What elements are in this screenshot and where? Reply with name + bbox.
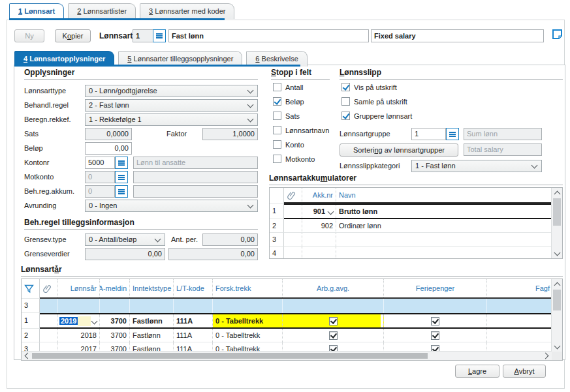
vis-pa-utskrift-checkbox[interactable] bbox=[341, 83, 350, 91]
scroll-up-button[interactable] bbox=[552, 188, 562, 198]
lonnsartnavn-checkbox[interactable] bbox=[273, 126, 281, 134]
sortering-button[interactable]: Sortering av lønnsartgrupper bbox=[340, 143, 458, 157]
chevron-down-icon bbox=[247, 202, 254, 209]
kontonr-field[interactable]: 5000 bbox=[85, 157, 115, 169]
beh-regel-tillegg-heading: Beh.regel tilleggsinformasjon bbox=[24, 218, 258, 230]
chevron-down-icon bbox=[247, 116, 254, 123]
lagre-button[interactable]: Lagre bbox=[455, 365, 499, 378]
table-row[interactable]: 2 902 Ordinær lønn bbox=[270, 219, 562, 233]
list-icon bbox=[156, 33, 163, 38]
filter-icon[interactable] bbox=[24, 284, 34, 294]
lonnsslippkategori-select[interactable]: 1 - Fast lønn bbox=[411, 160, 542, 172]
gruppere-lonnsart-checkbox[interactable] bbox=[341, 112, 350, 120]
grenseverdi-2-field[interactable]: 0,00 bbox=[168, 248, 258, 260]
samle-pa-utskrift-checkbox[interactable] bbox=[341, 97, 350, 106]
table-row[interactable]: 3 bbox=[270, 233, 562, 247]
scrollbar-thumb[interactable] bbox=[32, 353, 428, 359]
chevron-down-icon bbox=[531, 162, 538, 169]
chevron-down-icon bbox=[155, 236, 161, 243]
motkonto-field[interactable]: 0 bbox=[85, 171, 115, 183]
kopier-button[interactable]: Kopier bbox=[55, 29, 91, 42]
ny-button[interactable]: Ny bbox=[14, 29, 44, 42]
col-lonnsar: Lønnsår bbox=[58, 279, 100, 297]
lonnsartgruppe-field[interactable]: 1 bbox=[411, 128, 446, 140]
lonnsartar-table: Lønnsår A-meldin Inntektstype L/T-kode F… bbox=[21, 279, 563, 361]
table-row[interactable]: 1 2019 3700 Fastlønn 111A 0 - Tabelltrek… bbox=[22, 313, 562, 329]
sats-label: Sats bbox=[24, 128, 39, 140]
gruppere-lonnsart-label: Gruppere lønnsart bbox=[354, 112, 412, 121]
scroll-down-button[interactable] bbox=[552, 249, 562, 258]
belop-field[interactable]: 0,00 bbox=[85, 142, 132, 155]
list-icon bbox=[118, 160, 125, 166]
sats-checkbox-label: Sats bbox=[285, 112, 300, 121]
paperclip-icon bbox=[287, 190, 296, 200]
beh-reg-akkum-field[interactable]: 0 bbox=[85, 185, 115, 198]
col-forsk-trekk: Forsk.trekk bbox=[213, 279, 283, 297]
lonnsart-label: Lønnsart bbox=[99, 30, 133, 42]
beh-reg-akkum-label: Beh.reg.akkum. bbox=[24, 185, 74, 198]
main-tab-underline bbox=[9, 18, 225, 20]
konto-checkbox[interactable] bbox=[273, 140, 281, 149]
scroll-up-button[interactable] bbox=[552, 279, 562, 289]
belop-checkbox[interactable] bbox=[273, 97, 281, 106]
scroll-down-button[interactable] bbox=[552, 342, 562, 352]
lonnsart-id-field[interactable]: 1 bbox=[133, 29, 153, 42]
lonnsarttype-label: Lønnsarttype bbox=[24, 85, 66, 97]
belop-checkbox-label: Beløp bbox=[285, 97, 304, 106]
grensev-type-select[interactable]: 0 - Antall/beløp bbox=[85, 234, 165, 246]
beregn-rekkef-select[interactable]: 1 - Rekkefølge 1 bbox=[85, 113, 258, 126]
avrunding-label: Avrunding bbox=[24, 200, 56, 212]
scrollbar-thumb[interactable] bbox=[553, 198, 561, 226]
faktor-label: Faktor bbox=[166, 128, 187, 140]
avrunding-select[interactable]: 0 - Ingen bbox=[85, 200, 258, 212]
table-row[interactable]: 4 bbox=[270, 247, 562, 259]
table-row[interactable]: 2 2018 3700 Fastlønn 111A 0 - Tabelltrek… bbox=[22, 329, 562, 342]
konto-checkbox-label: Konto bbox=[285, 140, 304, 149]
motkonto-checkbox[interactable] bbox=[273, 155, 281, 163]
lonnsar-edit-cell[interactable]: 2019 bbox=[58, 314, 100, 327]
lonnsart-lookup-button[interactable] bbox=[153, 29, 166, 42]
tab-lonnsarter-med-koder[interactable]: 3 Lønnsarter med koder bbox=[140, 3, 234, 19]
note-icon[interactable] bbox=[551, 28, 563, 40]
lonnsarttype-select[interactable]: 0 - Lønn/godtgjørelse bbox=[85, 85, 258, 97]
lonnsartnavn-checkbox-label: Lønnsartnavn bbox=[285, 126, 329, 135]
lonnsart-name-en-field[interactable]: Fixed salary bbox=[371, 29, 544, 42]
arb-g-avg-checkbox[interactable] bbox=[329, 317, 338, 325]
opplysninger-heading: Opplysninger bbox=[24, 68, 258, 80]
list-icon bbox=[449, 132, 456, 137]
tab-lonnsartlister[interactable]: 2 Lønnsartlister bbox=[68, 3, 136, 19]
col-fagf: Fagf bbox=[487, 279, 553, 297]
beh-reg-akkum-lookup-button[interactable] bbox=[115, 185, 128, 198]
highlighted-cell[interactable]: 0 - Tabelltrekk bbox=[213, 314, 283, 327]
stopp-i-felt-heading: Stopp i felt bbox=[271, 68, 330, 80]
table-row-new[interactable]: 3 bbox=[22, 299, 562, 313]
motkonto-lookup-button[interactable] bbox=[115, 171, 128, 183]
grenseverdier-label: Grenseverdier bbox=[24, 248, 70, 260]
sats-field[interactable]: 0,0000 bbox=[85, 128, 132, 140]
tab-lonnsart[interactable]: 1 Lønnsart bbox=[9, 3, 64, 19]
table-row[interactable]: 1 901 Brutto lønn bbox=[270, 204, 562, 219]
lonnsart-name-field[interactable]: Fast lønn bbox=[168, 29, 369, 42]
col-akknr: Akk.nr bbox=[302, 188, 336, 202]
ant-per-field[interactable]: 0,00 bbox=[202, 234, 258, 246]
scrollbar-corner bbox=[552, 352, 562, 360]
lonnsartgruppe-lookup-button[interactable] bbox=[446, 128, 459, 140]
antall-checkbox[interactable] bbox=[273, 83, 281, 91]
scroll-left-button[interactable] bbox=[22, 352, 31, 359]
antall-checkbox-label: Antall bbox=[285, 83, 304, 92]
kontonr-lookup-button[interactable] bbox=[115, 157, 128, 169]
grensev-type-label: Grensev.type bbox=[24, 234, 67, 246]
avbryt-button[interactable]: Avbryt bbox=[503, 365, 546, 378]
grenseverdi-1-field[interactable]: 0,00 bbox=[85, 248, 165, 260]
sats-checkbox[interactable] bbox=[273, 112, 281, 120]
scrollbar-thumb[interactable] bbox=[553, 290, 561, 310]
col-inntektstype: Inntektstype bbox=[130, 279, 174, 297]
lonnsartar-heading: Lønnsartår bbox=[21, 265, 563, 277]
faktor-field[interactable]: 1,0000 bbox=[202, 128, 258, 140]
feriepenger-checkbox[interactable] bbox=[431, 317, 439, 325]
lonnsartgruppe-desc-field: Sum lønn bbox=[464, 128, 542, 140]
feriepenger-checkbox[interactable] bbox=[431, 331, 439, 340]
behandl-regel-select[interactable]: 2 - Fast lønn bbox=[85, 99, 258, 112]
scroll-right-button[interactable] bbox=[541, 352, 552, 359]
arb-g-avg-checkbox[interactable] bbox=[329, 331, 338, 340]
